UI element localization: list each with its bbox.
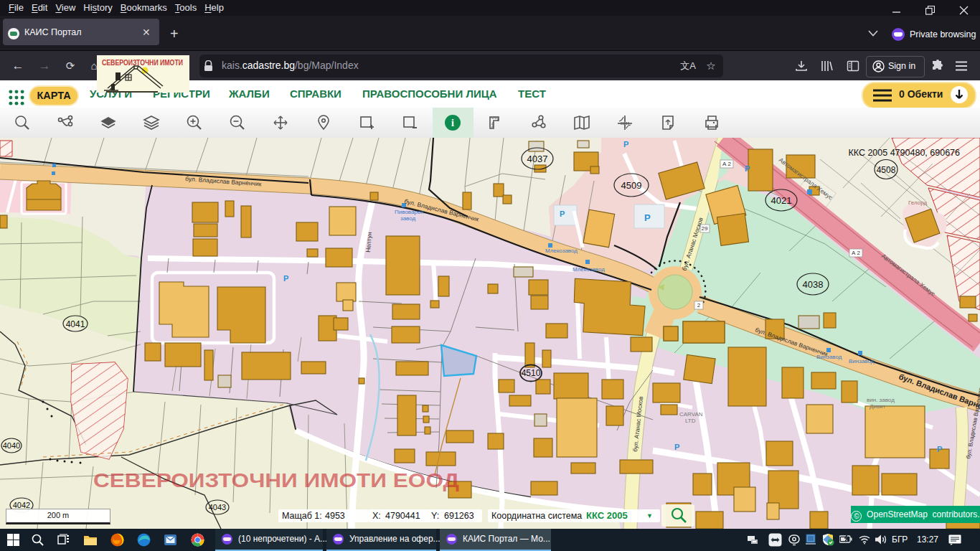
svg-text:P: P [623,140,628,149]
svg-text:Млекозавод: Млекозавод [573,266,605,273]
svg-text:вин. завод: вин. завод [867,397,895,403]
svg-text:P: P [937,445,942,453]
svg-text:4021: 4021 [771,195,792,206]
svg-text:i: i [451,118,454,128]
svg-text:Млекозавод: Млекозавод [545,248,578,254]
svg-text:4038: 4038 [803,279,824,290]
svg-text:P: P [644,212,651,223]
svg-text:4041: 4041 [66,319,85,329]
svg-text:Винзавод: Винзавод [816,354,842,360]
svg-text:СЕВЕРОИЗТОЧНИ ИМОТИ: СЕВЕРОИЗТОЧНИ ИМОТИ [102,58,183,67]
svg-text:ККС 2005 4790480, 690676: ККС 2005 4790480, 690676 [848,148,960,158]
svg-text:4510: 4510 [522,368,541,378]
svg-text:P: P [745,164,750,173]
svg-text:4509: 4509 [621,180,642,191]
svg-text:завод: завод [400,215,416,222]
svg-text:Гелорд: Гелорд [908,199,927,206]
svg-text:4040: 4040 [3,441,20,450]
svg-text:4043: 4043 [209,503,226,512]
svg-text:4037: 4037 [527,154,548,164]
svg-text:Винзавод: Винзавод [849,358,875,364]
svg-text:4508: 4508 [877,165,896,175]
svg-text:А 2: А 2 [722,161,732,167]
svg-text:P: P [560,209,565,218]
svg-text:А 2: А 2 [852,250,861,256]
svg-text:P: P [283,274,288,283]
svg-text:Пивоварен: Пивоварен [395,209,424,215]
svg-text:2: 2 [697,302,701,309]
svg-text:Нептун: Нептун [364,232,373,253]
svg-text:CARVAN: CARVAN [679,411,703,418]
svg-text:СЕВЕРОИЗТОЧНИ ИМОТИ ЕООД: СЕВЕРОИЗТОЧНИ ИМОТИ ЕООД [93,470,459,491]
svg-text:Дивят: Дивят [870,403,885,410]
svg-text:29: 29 [702,225,708,232]
svg-text:P: P [674,443,679,451]
svg-text:LTD: LTD [685,418,696,424]
